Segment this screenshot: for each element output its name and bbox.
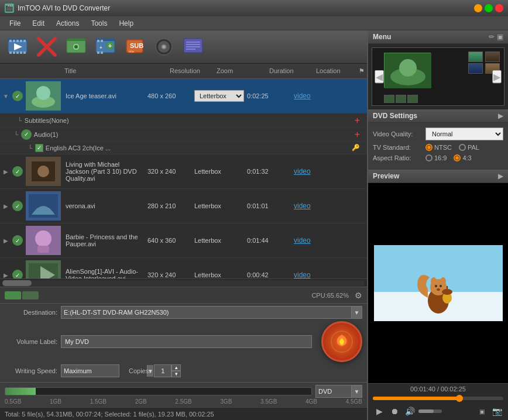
copies-down-button[interactable]: ▼ — [171, 371, 181, 377]
file-location[interactable]: video — [291, 166, 367, 177]
video-link[interactable]: video — [294, 202, 311, 210]
menu-prev-button[interactable]: ◀ — [375, 70, 384, 84]
screenshot-button[interactable]: 📷 — [490, 405, 503, 418]
destination-input[interactable] — [61, 309, 351, 316]
film-frame-2 — [396, 95, 406, 103]
copies-up-button[interactable]: ▲ — [171, 364, 181, 371]
file-duration: 0:01:44 — [245, 236, 291, 245]
svg-rect-6 — [23, 40, 26, 42]
audio-track-row[interactable]: └ ✓ English AC3 2ch(Ice ... 🔑 — [0, 142, 367, 154]
destination-area: Destination: ▼ Volume Label: — [0, 303, 367, 382]
audio-row[interactable]: └ ✓ Audio(1) + — [0, 128, 367, 142]
16x9-radio[interactable] — [425, 154, 433, 161]
video-quality-select[interactable]: Normal High Low Custom — [425, 128, 503, 140]
menu-preview-inner: ◀ — [372, 47, 504, 106]
destination-combo[interactable]: ▼ — [61, 306, 362, 319]
menu-edit-button[interactable]: ✏ — [489, 33, 495, 41]
ntsc-option[interactable]: NTSC — [425, 144, 452, 151]
add-video-button[interactable] — [5, 34, 30, 60]
aspect-toggle-button[interactable]: ▣ — [475, 405, 488, 418]
file-location[interactable]: video — [291, 201, 367, 211]
settings-button[interactable] — [63, 34, 89, 60]
destination-dropdown-arrow[interactable]: ▼ — [351, 307, 362, 318]
4x3-option[interactable]: 4:3 — [454, 154, 471, 161]
subtitle-button[interactable]: SUB title — [122, 34, 147, 60]
close-button[interactable] — [495, 4, 503, 12]
label-2gb: 2GB — [135, 398, 147, 405]
horizontal-scrollbar[interactable] — [0, 278, 367, 287]
svg-rect-24 — [101, 51, 103, 54]
output-button[interactable] — [180, 34, 206, 60]
file-location[interactable]: video — [291, 91, 367, 101]
expand-icon[interactable]: ▶ — [4, 272, 8, 278]
svg-point-62 — [431, 277, 437, 285]
play-button[interactable]: ▶ — [373, 405, 386, 418]
menu-next-button[interactable]: ▶ — [492, 70, 502, 84]
preview-progress-area[interactable] — [368, 394, 508, 402]
expand-icon[interactable]: ▼ — [3, 93, 9, 99]
table-row[interactable]: ▶ ✓ Living with Michael Jackson (Part 3 … — [0, 154, 367, 189]
writing-speed-combo[interactable]: ▼ — [61, 364, 119, 377]
pal-option[interactable]: PAL — [459, 144, 479, 151]
table-row[interactable]: ▶ ✓ verona.avi 280 x 210 Letterb — [0, 189, 367, 223]
minimize-button[interactable] — [474, 4, 482, 12]
svg-rect-23 — [97, 51, 99, 54]
video-link[interactable]: video — [294, 167, 311, 175]
video-link[interactable]: video — [294, 236, 311, 245]
file-resolution: 320 x 240 — [145, 167, 192, 176]
volume-slider[interactable] — [418, 409, 442, 413]
file-location[interactable]: video — [291, 270, 367, 278]
add-audio-button[interactable]: + — [355, 129, 365, 140]
preview-progress-thumb[interactable] — [456, 395, 463, 402]
table-row[interactable]: ▶ ✓ Barbie - Princess and the Pauper.avi… — [0, 223, 367, 258]
expand-icon[interactable]: ▶ — [4, 237, 8, 244]
expand-icon[interactable]: ▶ — [4, 203, 8, 209]
file-resolution: 320 x 240 — [145, 270, 192, 278]
file-location[interactable]: video — [291, 235, 367, 246]
chapters-button[interactable]: + + — [92, 34, 118, 60]
table-row[interactable]: ▼ ✓ Ice Age teaser.avi 480 x 260 — [0, 79, 367, 113]
ntsc-radio[interactable] — [425, 144, 433, 151]
menu-actions[interactable]: Actions — [50, 18, 85, 29]
stop-button[interactable]: ⏺ — [388, 405, 401, 418]
table-row[interactable]: ▶ ✓ AlienSong[1]-AVI - Audio-Video Inter… — [0, 258, 367, 278]
label-25gb: 2.5GB — [175, 398, 191, 405]
add-subtitle-button[interactable]: + — [355, 115, 365, 126]
pal-radio[interactable] — [459, 144, 466, 151]
menu-expand-button[interactable]: ▣ — [497, 33, 503, 41]
right-panel: Menu ✏ ▣ ◀ — [368, 30, 508, 420]
format-arrow[interactable]: ▼ — [351, 385, 362, 397]
dvd-settings-expand-button[interactable]: ▶ — [498, 112, 503, 120]
volume-button[interactable]: 🔊 — [403, 405, 416, 418]
file-duration: 0:02:25 — [245, 91, 291, 101]
video-link[interactable]: video — [294, 92, 311, 100]
video-link[interactable]: video — [294, 271, 311, 278]
menu-tools[interactable]: Tools — [85, 18, 113, 29]
menu-file[interactable]: File — [4, 18, 26, 29]
svg-point-18 — [74, 45, 78, 49]
destination-label: Destination: — [5, 309, 57, 316]
file-zoom[interactable]: Letterbox Pan&Scan Full Screen — [192, 89, 245, 103]
preview-expand-button[interactable]: ▶ — [498, 172, 503, 180]
burn-button[interactable] — [321, 321, 362, 362]
volume-input[interactable] — [61, 335, 312, 348]
menu-edit[interactable]: Edit — [26, 18, 50, 29]
audio-button[interactable] — [151, 34, 177, 60]
zoom-dropdown[interactable]: Letterbox Pan&Scan Full Screen — [194, 90, 244, 102]
copies-input[interactable] — [154, 364, 171, 377]
menu-help[interactable]: Help — [113, 18, 139, 29]
4x3-radio[interactable] — [454, 154, 461, 161]
format-combo[interactable]: DVD ▼ — [315, 385, 362, 398]
audio-checkbox[interactable]: ✓ — [35, 144, 43, 152]
svg-point-63 — [440, 277, 446, 285]
preview-progress-bar[interactable] — [373, 397, 503, 400]
maximize-button[interactable] — [485, 4, 493, 12]
svg-point-66 — [437, 288, 440, 291]
16x9-option[interactable]: 16:9 — [425, 154, 447, 161]
remove-button[interactable] — [34, 34, 60, 60]
preview-time-display: 00:01:40 / 00:02:25 — [368, 383, 508, 394]
file-duration: 0:01:32 — [245, 167, 291, 176]
subtitles-row[interactable]: └ Subtitles(None) + — [0, 113, 367, 128]
cpu-settings-icon[interactable]: ⚙ — [355, 291, 362, 300]
expand-icon[interactable]: ▶ — [4, 168, 8, 175]
